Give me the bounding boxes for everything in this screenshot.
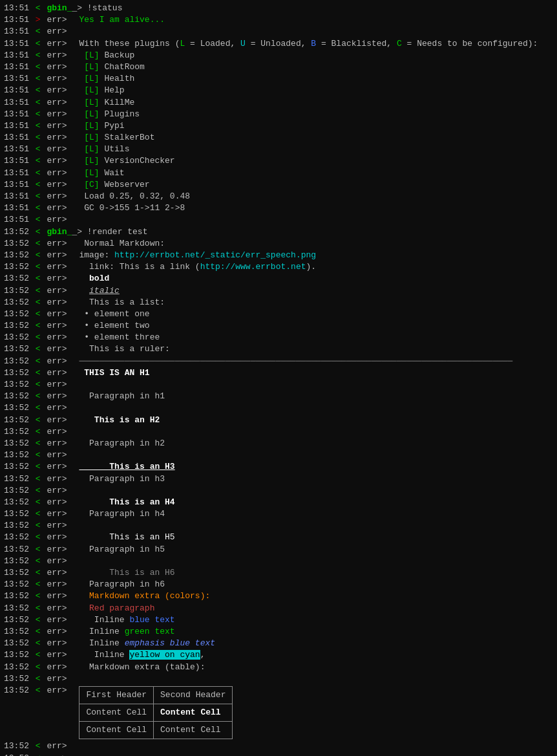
- line-3: 13:51 < err>: [4, 26, 553, 38]
- line-20: 13:52 < gbin__> !render test: [4, 226, 553, 238]
- line-13: 13:51 < err> [L] Utils: [4, 144, 553, 155]
- line-28: 13:52 < err> • element two: [4, 320, 553, 332]
- line-32: 13:52 < err> THIS IS AN H1: [4, 367, 553, 379]
- table-cell-1-1: Content Cell: [79, 704, 154, 722]
- line-34: 13:52 < err> Paragraph in h1: [4, 391, 553, 402]
- line-44: 13:52 < err> Paragraph in h4: [4, 508, 553, 520]
- table-row-2: Content Cell Content Cell: [79, 722, 233, 739]
- line-58: 13:52 < err>: [4, 673, 553, 685]
- table-row-1: Content Cell Content Cell: [79, 704, 233, 722]
- line-48: 13:52 < err>: [4, 556, 553, 567]
- line-27: 13:52 < err> • element one: [4, 308, 553, 320]
- line-6: 13:51 < err> [L] ChatRoom: [4, 61, 553, 73]
- line-57: 13:52 < err> Markdown extra (table):: [4, 662, 553, 673]
- line-50: 13:52 < err> Paragraph in h6: [4, 579, 553, 590]
- line-31: 13:52 < err> ───────────────────────────…: [4, 356, 553, 367]
- line-15: 13:51 < err> [L] Wait: [4, 167, 553, 179]
- line-12: 13:51 < err> [L] StalkerBot: [4, 132, 553, 144]
- line-47: 13:52 < err> Paragraph in h5: [4, 544, 553, 556]
- line-22: 13:52 < err> image: http://errbot.net/_s…: [4, 250, 553, 261]
- line-30: 13:52 < err> This is a ruler:: [4, 343, 553, 355]
- line-21: 13:52 < err> Normal Markdown:: [4, 238, 553, 250]
- line-33: 13:52 < err>: [4, 379, 553, 391]
- line-46: 13:52 < err> This is an H5: [4, 532, 553, 543]
- line-26: 13:52 < err> This is a list:: [4, 297, 553, 308]
- line-7: 13:51 < err> [L] Health: [4, 73, 553, 85]
- table-cell-1-2: Content Cell: [154, 704, 233, 722]
- line-17: 13:51 < err> Load 0.25, 0.32, 0.48: [4, 191, 553, 202]
- line-60: 13:52 < err>: [4, 753, 553, 756]
- table-header-2: Second Header: [154, 686, 233, 704]
- line-19: 13:51 < err>: [4, 214, 553, 226]
- line-52: 13:52 < err> Red paragraph: [4, 603, 553, 614]
- line-29: 13:52 < err> • element three: [4, 332, 553, 343]
- line-2: 13:51 > err> Yes I am alive...: [4, 14, 553, 26]
- line-16: 13:51 < err> [C] Webserver: [4, 179, 553, 191]
- line-49: 13:52 < err> This is an H6: [4, 567, 553, 579]
- line-38: 13:52 < err> Paragraph in h2: [4, 438, 553, 449]
- line-36: 13:52 < err> This is an H2: [4, 415, 553, 426]
- line-45: 13:52 < err>: [4, 520, 553, 532]
- line-37: 13:52 < err>: [4, 426, 553, 438]
- table-cell-2-2: Content Cell: [154, 722, 233, 739]
- line-53: 13:52 < err> Inline blue text: [4, 614, 553, 626]
- line-51: 13:52 < err> Markdown extra (colors):: [4, 590, 553, 602]
- line-24: 13:52 < err> bold: [4, 273, 553, 285]
- line-55: 13:52 < err> Inline emphasis blue text: [4, 638, 553, 649]
- line-18: 13:51 < err> GC 0->155 1->11 2->8: [4, 202, 553, 214]
- markdown-table: First Header Second Header Content Cell …: [79, 686, 233, 740]
- line-11: 13:51 < err> [L] Pypi: [4, 120, 553, 132]
- line-59: 13:52 < err>: [4, 740, 553, 752]
- line-35: 13:52 < err>: [4, 402, 553, 414]
- line-14: 13:51 < err> [L] VersionChecker: [4, 155, 553, 167]
- table-cell-2-1: Content Cell: [79, 722, 154, 739]
- line-54: 13:52 < err> Inline green text: [4, 626, 553, 638]
- line-9: 13:51 < err> [L] KillMe: [4, 97, 553, 109]
- terminal: 13:51 < gbin__> !status 13:51 > err> Yes…: [4, 3, 553, 756]
- line-40: 13:52 < err> This is an H3: [4, 461, 553, 473]
- line-4: 13:51 < err> With these plugins (L = Loa…: [4, 38, 553, 50]
- line-43: 13:52 < err> This is an H4: [4, 497, 553, 508]
- line-56: 13:52 < err> Inline yellow on cyan,: [4, 649, 553, 661]
- line-42: 13:52 < err>: [4, 485, 553, 497]
- line-1: 13:51 < gbin__> !status: [4, 3, 553, 14]
- line-table: 13:52 < err> First Header Second Header …: [4, 685, 553, 741]
- line-10: 13:51 < err> [L] Plugins: [4, 109, 553, 120]
- line-41: 13:52 < err> Paragraph in h3: [4, 473, 553, 485]
- line-25: 13:52 < err> italic: [4, 285, 553, 297]
- line-23: 13:52 < err> link: This is a link (http:…: [4, 261, 553, 273]
- line-39: 13:52 < err>: [4, 449, 553, 461]
- table-header-1: First Header: [79, 686, 154, 704]
- line-5: 13:51 < err> [L] Backup: [4, 50, 553, 61]
- line-8: 13:51 < err> [L] Help: [4, 85, 553, 96]
